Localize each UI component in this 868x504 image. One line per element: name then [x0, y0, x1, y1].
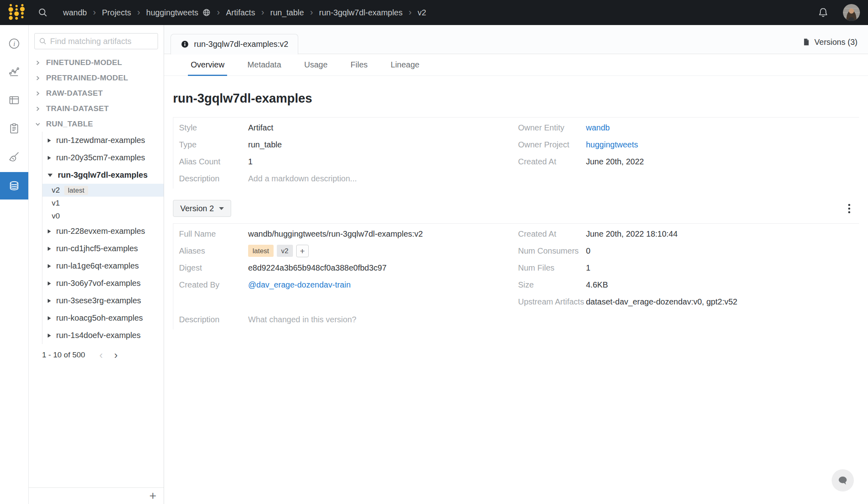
rail-info-button[interactable]: i — [0, 31, 28, 57]
alias-badge-v2[interactable]: v2 — [277, 245, 293, 257]
collapse-triangle-icon[interactable] — [48, 174, 53, 177]
tab-metadata[interactable]: Metadata — [247, 54, 281, 76]
artifact-item[interactable]: run-cd1jhcf5-examples — [42, 240, 164, 257]
breadcrumb-item[interactable]: Artifacts — [226, 8, 255, 17]
field-num-consumers: Num Consumers 0 — [518, 242, 859, 259]
chevron-right-icon — [35, 60, 40, 65]
version-dropdown-label: Version 2 — [180, 204, 214, 213]
search-icon[interactable] — [37, 7, 48, 18]
owner-project-link[interactable]: huggingtweets — [586, 140, 638, 149]
description-input[interactable]: Add a markdown description... — [248, 174, 357, 183]
version-label: v0 — [52, 212, 60, 220]
artifact-item[interactable]: run-koacg5oh-examples — [42, 309, 164, 327]
detail-tabs: Overview Metadata Usage Files Lineage — [164, 54, 868, 76]
field-full-name: Full Name wandb/huggingtweets/run-3gqlw7… — [179, 225, 518, 242]
expand-triangle-icon[interactable] — [48, 247, 51, 251]
chevron-down-icon — [35, 122, 40, 127]
chevron-right-icon — [35, 106, 40, 111]
created-by-link[interactable]: @dav_erage-dozendav-train — [248, 280, 351, 290]
version-description-input[interactable]: What changed in this version? — [248, 315, 356, 324]
artifact-item[interactable]: run-1zewdmar-examples — [42, 132, 164, 149]
expand-triangle-icon[interactable] — [48, 229, 51, 233]
artifact-item[interactable]: run-228evxem-examples — [42, 223, 164, 240]
artifact-item[interactable]: run-1s4doefv-examples — [42, 327, 164, 344]
breadcrumb-item[interactable]: Projects — [102, 8, 131, 17]
breadcrumb-item[interactable]: wandb — [63, 8, 87, 17]
overflow-menu-button[interactable] — [846, 202, 853, 216]
expand-triangle-icon[interactable] — [48, 281, 51, 286]
sidebar-category-pretrained-model[interactable]: PRETRAINED-MODEL — [29, 70, 164, 86]
artifact-label: run-cd1jhcf5-examples — [56, 244, 138, 253]
rail-artifacts-button[interactable] — [0, 172, 28, 200]
artifact-item[interactable]: run-20y35cm7-examples — [42, 149, 164, 166]
sidebar-category-run-table[interactable]: RUN_TABLE — [29, 116, 164, 132]
expand-triangle-icon[interactable] — [48, 156, 51, 160]
chat-bubble-icon — [837, 475, 849, 486]
breadcrumb-item[interactable]: v2 — [418, 8, 426, 17]
artifact-search-box[interactable] — [34, 33, 158, 49]
user-avatar[interactable] — [843, 4, 860, 21]
run-table-artifact-list: run-1zewdmar-examples run-20y35cm7-examp… — [42, 132, 164, 344]
notifications-bell-icon[interactable] — [817, 6, 829, 19]
version-item-v1[interactable]: v1 — [42, 197, 164, 210]
category-label: RAW-DATASET — [46, 89, 103, 98]
version-item-v2[interactable]: v2 latest — [42, 184, 164, 197]
artifact-label: run-1zewdmar-examples — [56, 136, 145, 145]
add-alias-button[interactable]: + — [296, 245, 309, 257]
field-version-description: Description What changed in this version… — [179, 311, 518, 328]
category-label: FINETUNED-MODEL — [46, 58, 122, 67]
sidebar-category-raw-dataset[interactable]: RAW-DATASET — [29, 86, 164, 101]
chevron-right-icon — [35, 91, 40, 96]
wandb-logo[interactable] — [8, 3, 25, 22]
field-aliases: Aliases latest v2 + — [179, 242, 518, 259]
category-label: RUN_TABLE — [46, 120, 93, 128]
search-input[interactable] — [50, 37, 154, 46]
field-owner-project: Owner Project huggingtweets — [518, 136, 859, 153]
breadcrumb-item[interactable]: huggingtweets — [146, 8, 211, 17]
rail-reports-button[interactable] — [0, 116, 28, 141]
alias-badge-latest[interactable]: latest — [248, 245, 274, 257]
breadcrumb-item[interactable]: run-3gqlw7dl-examples — [319, 8, 402, 17]
version-label: v1 — [52, 199, 60, 208]
artifact-item-selected[interactable]: run-3gqlw7dl-examples — [42, 166, 164, 184]
add-artifact-button[interactable]: + — [149, 490, 156, 502]
artifact-item[interactable]: run-3sese3rg-examples — [42, 292, 164, 309]
field-alias-count: Alias Count 1 — [179, 153, 518, 170]
expand-triangle-icon[interactable] — [48, 139, 51, 143]
tab-overview[interactable]: Overview — [191, 54, 224, 76]
artifact-item[interactable]: run-la1ge6qt-examples — [42, 257, 164, 275]
tab-usage[interactable]: Usage — [304, 54, 328, 76]
rail-sweeps-button[interactable] — [0, 144, 28, 170]
top-navbar: wandb › Projects › huggingtweets › Artif… — [0, 0, 868, 25]
artifact-item[interactable]: run-3o6y7vof-examples — [42, 275, 164, 292]
artifact-tab[interactable]: run-3gqlw7dl-examples:v2 — [171, 34, 298, 55]
tab-files[interactable]: Files — [351, 54, 368, 76]
expand-triangle-icon[interactable] — [48, 299, 51, 303]
pagination-prev-button[interactable]: ‹ — [96, 350, 107, 360]
breadcrumb-separator: › — [217, 8, 220, 17]
expand-triangle-icon[interactable] — [48, 316, 51, 320]
artifact-label: run-1s4doefv-examples — [56, 331, 141, 340]
tab-lineage[interactable]: Lineage — [391, 54, 419, 76]
artifact-label: run-la1ge6qt-examples — [56, 261, 139, 271]
breadcrumb-item[interactable]: run_table — [270, 8, 304, 17]
sidebar-category-finetuned-model[interactable]: FINETUNED-MODEL — [29, 55, 164, 70]
artifact-label: run-3o6y7vof-examples — [56, 279, 141, 288]
page-title: run-3gqlw7dl-examples — [173, 91, 859, 106]
globe-icon — [202, 8, 211, 17]
breadcrumb-separator: › — [93, 8, 96, 17]
help-chat-button[interactable] — [832, 469, 854, 491]
owner-entity-link[interactable]: wandb — [586, 123, 610, 132]
version-dropdown[interactable]: Version 2 — [173, 200, 231, 217]
version-item-v0[interactable]: v0 — [42, 210, 164, 223]
left-icon-rail: i — [0, 25, 29, 504]
versions-button[interactable]: Versions (3) — [802, 37, 857, 47]
svg-text:i: i — [13, 40, 15, 48]
expand-triangle-icon[interactable] — [48, 264, 51, 268]
expand-triangle-icon[interactable] — [48, 334, 51, 338]
rail-charts-button[interactable] — [0, 59, 28, 85]
rail-table-button[interactable] — [0, 87, 28, 113]
field-description: Description Add a markdown description..… — [179, 170, 518, 187]
sidebar-category-train-dataset[interactable]: TRAIN-DATASET — [29, 101, 164, 116]
pagination-next-button[interactable]: › — [110, 350, 121, 360]
